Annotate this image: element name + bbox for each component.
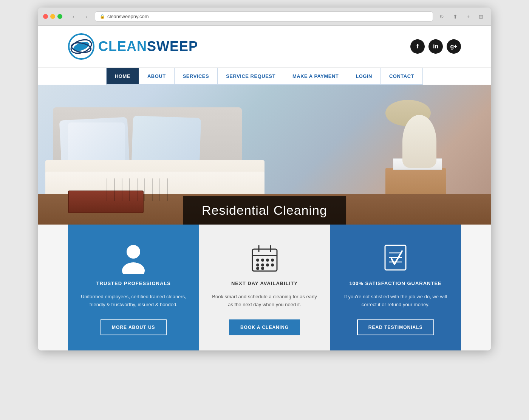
browser-toolbar: ‹ › 🔒 cleansweepny.com ↻ ⬆ + ⊞ <box>38 8 491 26</box>
person-icon <box>120 243 147 274</box>
nav-make-payment[interactable]: MAKE A PAYMENT <box>284 68 347 85</box>
hero-title: Residential Cleaning <box>202 203 327 218</box>
svg-point-19 <box>261 267 264 270</box>
feature-availability-desc: Book smart and schedule a cleaning for a… <box>210 293 319 309</box>
nav-login[interactable]: LOGIN <box>347 68 381 85</box>
svg-point-13 <box>271 259 274 261</box>
nav-service-request[interactable]: SERVICE REQUEST <box>218 68 284 85</box>
minimize-button[interactable] <box>50 14 55 19</box>
site-header: CLEANSWEEP f in g+ <box>38 26 491 67</box>
feature-trusted: TRUSTED PROFESSIONALS Uniformed employee… <box>68 225 199 350</box>
new-tab-button[interactable]: + <box>463 12 473 22</box>
window-controls <box>43 14 62 19</box>
hero-overlay: Residential Cleaning <box>183 196 346 225</box>
book-cleaning-button[interactable]: BOOK A CLEANING <box>229 319 300 335</box>
svg-point-4 <box>127 245 140 259</box>
more-about-us-button[interactable]: MORE ABOUT US <box>101 319 167 335</box>
close-button[interactable] <box>43 14 48 19</box>
feature-trusted-title: TRUSTED PROFESSIONALS <box>96 281 171 286</box>
checklist-icon <box>383 243 408 274</box>
maximize-button[interactable] <box>57 14 62 19</box>
svg-point-5 <box>122 262 145 274</box>
address-bar[interactable]: 🔒 cleansweepny.com <box>95 11 433 22</box>
svg-point-17 <box>271 264 274 266</box>
feature-availability-title: NEXT DAY AVAILABILITY <box>231 281 298 286</box>
feature-satisfaction-title: 100% SATISFACTION GUARANTEE <box>350 281 442 286</box>
read-testimonials-button[interactable]: READ TESTIMONIALS <box>357 319 434 335</box>
trunk-stripes <box>100 178 174 201</box>
svg-point-18 <box>257 267 259 270</box>
calendar-icon <box>251 243 279 274</box>
hero-section: Residential Cleaning <box>38 85 491 225</box>
logo-area: CLEANSWEEP <box>68 33 198 60</box>
forward-button[interactable]: › <box>81 12 91 22</box>
svg-point-10 <box>257 259 259 261</box>
share-button[interactable]: ⬆ <box>450 12 460 22</box>
svg-point-12 <box>266 259 269 261</box>
svg-point-16 <box>266 264 269 266</box>
logo-icon <box>68 33 94 60</box>
svg-point-2 <box>72 40 90 53</box>
svg-point-15 <box>261 264 264 266</box>
nav-buttons: ‹ › <box>68 12 91 22</box>
nav-contact[interactable]: CONTACT <box>381 68 423 85</box>
svg-point-14 <box>257 264 259 266</box>
feature-satisfaction-desc: If you're not satisfied with the job we … <box>341 293 450 309</box>
reload-button[interactable]: ↻ <box>437 12 447 22</box>
feature-availability: NEXT DAY AVAILABILITY Book smart and sch… <box>199 225 330 350</box>
feature-satisfaction: 100% SATISFACTION GUARANTEE If you're no… <box>330 225 461 350</box>
tabs-button[interactable]: ⊞ <box>476 12 486 22</box>
googleplus-icon[interactable]: g+ <box>447 39 461 54</box>
lock-icon: 🔒 <box>100 14 105 19</box>
logo-text: CLEANSWEEP <box>98 39 198 54</box>
trunk <box>68 191 144 213</box>
nav-services[interactable]: SERVICES <box>175 68 218 85</box>
linkedin-icon[interactable]: in <box>428 39 443 54</box>
site-nav: HOME ABOUT SERVICES SERVICE REQUEST MAKE… <box>38 67 491 85</box>
svg-point-11 <box>261 259 264 261</box>
facebook-icon[interactable]: f <box>410 39 425 54</box>
url-text: cleansweepny.com <box>107 14 149 19</box>
features-section: TRUSTED PROFESSIONALS Uniformed employee… <box>38 225 491 350</box>
nav-about[interactable]: ABOUT <box>139 68 175 85</box>
browser-actions: ⬆ + ⊞ <box>450 12 486 22</box>
logo-sweep: SWEEP <box>147 39 198 54</box>
social-icons: f in g+ <box>410 39 461 54</box>
browser-window: ‹ › 🔒 cleansweepny.com ↻ ⬆ + ⊞ <box>38 8 491 350</box>
pillow-2 <box>131 116 201 167</box>
nav-home[interactable]: HOME <box>106 68 139 85</box>
logo-clean: CLEAN <box>98 39 147 54</box>
lamp-base <box>402 115 436 168</box>
back-button[interactable]: ‹ <box>68 12 78 22</box>
website-content: CLEANSWEEP f in g+ HOME ABOUT SERVICES S… <box>38 26 491 350</box>
pillow-3 <box>68 122 125 164</box>
feature-trusted-desc: Uniformed employees, certified trained c… <box>79 293 188 309</box>
